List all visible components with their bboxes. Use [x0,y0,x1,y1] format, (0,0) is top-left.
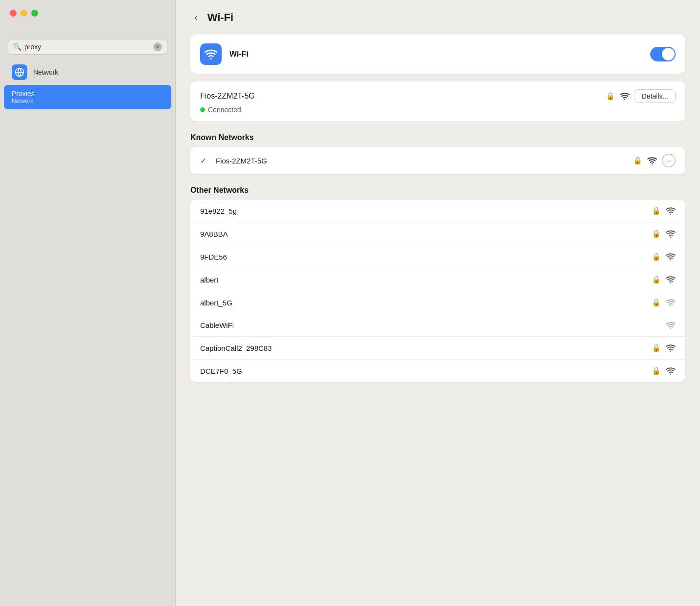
other-network-name: albert [200,276,646,284]
search-input[interactable] [24,43,150,51]
lock-icon: 🔒 [652,366,661,375]
wifi-signal-icon [666,322,676,329]
main-content: ‹ Wi-Fi Wi-Fi Fios-2ZM2T-5G 🔒 [176,0,700,606]
maximize-button[interactable] [31,10,38,17]
clear-search-button[interactable]: ✕ [153,42,162,51]
proxies-item-text: Proxies Network [12,90,35,104]
wifi-toggle-label: Wi-Fi [229,50,642,59]
search-icon: 🔍 [13,43,21,51]
proxies-item-label: Proxies [12,90,35,98]
wifi-signal-icon [666,207,676,215]
other-network-name: albert_5G [200,299,646,307]
wifi-signal-icon [666,253,676,261]
status-text: Connected [208,106,241,114]
svg-point-8 [670,283,671,283]
lock-icon: 🔒 [606,92,615,101]
window-controls [10,10,38,17]
other-network-name: 91e822_5g [200,207,646,215]
close-button[interactable] [10,10,17,17]
connected-status: Connected [200,106,676,114]
page-title: Wi-Fi [207,11,234,24]
wifi-toggle[interactable] [650,47,676,61]
other-network-icons: 🔒 [652,298,676,307]
known-network-row-icons: 🔒 ··· [633,154,676,167]
wifi-signal-icon [666,344,676,352]
svg-point-4 [652,163,653,164]
other-network-row[interactable]: albert🔒 [190,268,685,291]
other-network-row[interactable]: albert_5G🔒 [190,291,685,314]
more-options-button[interactable]: ··· [662,154,676,167]
toggle-knob [662,48,675,61]
other-network-name: 9A8BBA [200,230,646,238]
other-network-icons: 🔒 [652,206,676,215]
other-network-row[interactable]: DCE7F0_5G🔒 [190,360,685,382]
search-container: 🔍 ✕ [0,34,175,60]
proxies-item-sublabel: Network [12,98,35,104]
known-network-row[interactable]: ✓ Fios-2ZM2T-5G 🔒 ··· [190,147,685,174]
svg-point-5 [670,214,671,215]
lock-icon: 🔒 [652,343,661,352]
other-network-name: CaptionCall2_298C83 [200,344,646,352]
other-networks-header: Other Networks [176,174,700,200]
lock-icon: 🔒 [652,229,661,238]
other-network-row[interactable]: CableWiFi [190,314,685,337]
other-network-row[interactable]: 9A8BBA🔒 [190,222,685,245]
known-networks-header: Known Networks [176,121,700,147]
wifi-signal-icon [666,230,676,238]
sidebar-item-proxies-network[interactable]: Proxies Network [4,85,171,109]
other-network-row[interactable]: 91e822_5g🔒 [190,200,685,222]
other-network-icons: 🔒 [652,229,676,238]
other-network-icons: 🔒 [652,366,676,375]
svg-point-6 [670,237,671,238]
other-network-icons: 🔒 [652,252,676,261]
svg-point-12 [670,374,671,375]
known-networks-list: ✓ Fios-2ZM2T-5G 🔒 ··· [190,147,685,174]
back-button[interactable]: ‹ [190,10,202,25]
details-button[interactable]: Details... [635,89,676,103]
lock-icon: 🔒 [652,252,661,261]
svg-point-10 [670,328,671,329]
network-item-text: Network [33,68,58,76]
other-network-name: CableWiFi [200,321,660,329]
search-bar: 🔍 ✕ [8,39,167,55]
status-dot [200,107,205,112]
other-network-name: 9FDE56 [200,253,646,261]
wifi-toggle-card: Wi-Fi [190,35,685,74]
wifi-signal-icon [666,299,676,306]
wifi-icon [200,43,222,65]
other-networks-list: 91e822_5g🔒 9A8BBA🔒 9FDE56🔒 albert🔒 alber… [190,200,685,382]
other-network-icons: 🔒 [652,275,676,284]
other-network-icons: 🔒 [652,343,676,352]
network-icon [12,64,27,80]
svg-point-7 [670,260,671,261]
lock-icon: 🔒 [652,206,661,215]
checkmark-icon: ✓ [200,156,210,165]
svg-point-2 [210,58,211,60]
connected-network-card: Fios-2ZM2T-5G 🔒 Details... Connected [190,81,685,121]
known-lock-icon: 🔒 [633,156,642,165]
other-network-row[interactable]: 9FDE56🔒 [190,245,685,268]
svg-point-11 [670,351,671,352]
connected-icons: 🔒 Details... [606,89,676,103]
wifi-signal-icon [620,92,630,100]
network-item-label: Network [33,68,58,76]
lock-icon: 🔒 [652,298,661,307]
sidebar-item-network[interactable]: Network [4,60,171,85]
other-network-row[interactable]: CaptionCall2_298C83🔒 [190,337,685,360]
minimize-button[interactable] [21,10,27,17]
connected-network-name: Fios-2ZM2T-5G [200,92,255,101]
sidebar: 🔍 ✕ Network Proxies Network [0,0,176,606]
svg-point-3 [624,99,625,100]
other-network-name: DCE7F0_5G [200,367,646,375]
svg-point-9 [670,305,671,306]
known-wifi-icon [647,157,657,164]
wifi-signal-icon [666,367,676,375]
lock-icon: 🔒 [652,275,661,284]
wifi-signal-icon [666,276,676,283]
other-network-icons [666,322,676,329]
known-network-name: Fios-2ZM2T-5G [216,157,627,165]
connected-top: Fios-2ZM2T-5G 🔒 Details... [200,89,676,103]
top-bar: ‹ Wi-Fi [176,0,700,35]
